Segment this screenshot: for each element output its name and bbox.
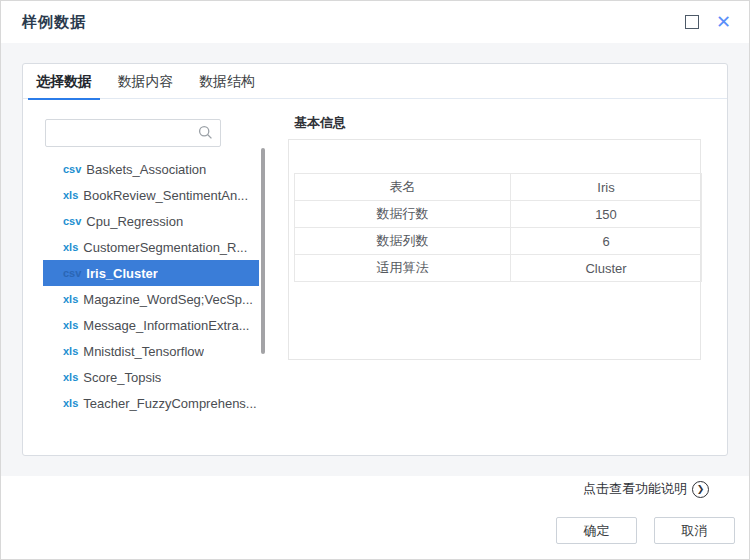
list-item[interactable]: xlsMessage_InformationExtra... bbox=[43, 312, 259, 338]
ok-button[interactable]: 确定 bbox=[556, 517, 637, 544]
sample-data-dialog: 样例数据 ✕ 选择数据 数据内容 数据结构 csvBask bbox=[0, 0, 750, 560]
table-row: 表名Iris bbox=[295, 174, 702, 201]
dataset-name: Score_Topsis bbox=[83, 370, 161, 385]
info-value: 6 bbox=[511, 228, 702, 255]
info-label: 适用算法 bbox=[295, 255, 511, 282]
list-item[interactable]: xlsScore_Topsis bbox=[43, 364, 259, 390]
basic-info-table-body: 表名Iris数据行数150数据列数6适用算法Cluster bbox=[295, 174, 702, 282]
dialog-body: 选择数据 数据内容 数据结构 csvBaskets_Associationxls… bbox=[1, 43, 749, 476]
list-item[interactable]: xlsTeacher_FuzzyComprehens... bbox=[43, 390, 259, 416]
window-controls: ✕ bbox=[685, 1, 731, 43]
tab-data-structure[interactable]: 数据结构 bbox=[191, 64, 263, 100]
list-item[interactable]: xlsBookReview_SentimentAn... bbox=[43, 182, 259, 208]
file-type-icon: xls bbox=[63, 319, 78, 331]
basic-info-panel: 表名Iris数据行数150数据列数6适用算法Cluster bbox=[288, 139, 701, 360]
list-scrollbar[interactable] bbox=[261, 148, 265, 354]
table-row: 数据行数150 bbox=[295, 201, 702, 228]
file-type-icon: xls bbox=[63, 293, 78, 305]
file-type-icon: xls bbox=[63, 371, 78, 383]
help-link[interactable]: 点击查看功能说明 ❯ bbox=[583, 480, 709, 498]
list-item[interactable]: xlsMagazine_WordSeg;VecSp... bbox=[43, 286, 259, 312]
maximize-icon[interactable] bbox=[685, 15, 699, 29]
dataset-name: Cpu_Regression bbox=[86, 214, 183, 229]
dataset-name: BookReview_SentimentAn... bbox=[83, 188, 248, 203]
file-type-icon: csv bbox=[63, 267, 81, 279]
help-link-label: 点击查看功能说明 bbox=[583, 480, 687, 498]
dataset-name: Teacher_FuzzyComprehens... bbox=[83, 396, 256, 411]
file-type-icon: csv bbox=[63, 163, 81, 175]
file-type-icon: xls bbox=[63, 241, 78, 253]
search-input[interactable] bbox=[52, 121, 196, 145]
content-panel: 选择数据 数据内容 数据结构 csvBaskets_Associationxls… bbox=[22, 63, 728, 456]
tab-bar: 选择数据 数据内容 数据结构 bbox=[23, 64, 727, 99]
dataset-name: CustomerSegmentation_R... bbox=[83, 240, 247, 255]
list-item[interactable]: xlsCustomerSegmentation_R... bbox=[43, 234, 259, 260]
dialog-title: 样例数据 bbox=[22, 13, 86, 32]
dataset-name: Magazine_WordSeg;VecSp... bbox=[83, 292, 253, 307]
cancel-button[interactable]: 取消 bbox=[654, 517, 735, 544]
dialog-titlebar: 样例数据 ✕ bbox=[1, 1, 749, 43]
dataset-name: Mnistdist_Tensorflow bbox=[83, 344, 204, 359]
tab-select-data[interactable]: 选择数据 bbox=[28, 64, 100, 100]
dataset-name: Iris_Cluster bbox=[86, 266, 158, 281]
info-label: 表名 bbox=[295, 174, 511, 201]
dataset-list: csvBaskets_AssociationxlsBookReview_Sent… bbox=[43, 156, 259, 416]
file-type-icon: xls bbox=[63, 397, 78, 409]
list-item[interactable]: csvIris_Cluster bbox=[43, 260, 259, 286]
info-value: Iris bbox=[511, 174, 702, 201]
info-value: 150 bbox=[511, 201, 702, 228]
tab-data-content[interactable]: 数据内容 bbox=[109, 64, 181, 100]
dialog-footer: 点击查看功能说明 ❯ 确定 取消 bbox=[1, 476, 749, 560]
search-icon[interactable] bbox=[198, 125, 213, 144]
search-box bbox=[45, 119, 221, 147]
chevron-right-circle-icon: ❯ bbox=[692, 481, 709, 498]
file-type-icon: csv bbox=[63, 215, 81, 227]
table-row: 数据列数6 bbox=[295, 228, 702, 255]
list-item[interactable]: csvBaskets_Association bbox=[43, 156, 259, 182]
list-item[interactable]: xlsMnistdist_Tensorflow bbox=[43, 338, 259, 364]
close-icon[interactable]: ✕ bbox=[716, 13, 731, 31]
dataset-name: Baskets_Association bbox=[86, 162, 206, 177]
dataset-name: Message_InformationExtra... bbox=[83, 318, 249, 333]
file-type-icon: xls bbox=[63, 189, 78, 201]
basic-info-heading: 基本信息 bbox=[294, 114, 346, 132]
info-label: 数据行数 bbox=[295, 201, 511, 228]
table-row: 适用算法Cluster bbox=[295, 255, 702, 282]
list-item[interactable]: csvCpu_Regression bbox=[43, 208, 259, 234]
basic-info-table: 表名Iris数据行数150数据列数6适用算法Cluster bbox=[294, 173, 702, 282]
info-label: 数据列数 bbox=[295, 228, 511, 255]
info-value: Cluster bbox=[511, 255, 702, 282]
file-type-icon: xls bbox=[63, 345, 78, 357]
